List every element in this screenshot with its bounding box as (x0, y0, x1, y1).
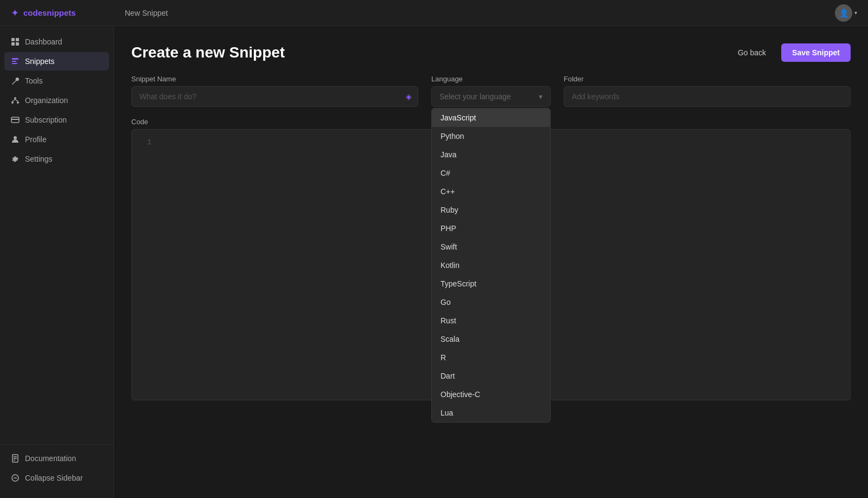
org-icon (11, 96, 20, 105)
sidebar-item-tools[interactable]: Tools (4, 72, 109, 90)
snippet-name-input[interactable] (131, 86, 418, 107)
logo-text: codesnippets (23, 8, 76, 17)
language-option-javascript[interactable]: JavaScript (432, 108, 550, 127)
snippets-icon (11, 57, 20, 66)
snippet-name-input-wrapper: ◈ (131, 86, 418, 107)
language-option-r[interactable]: R (432, 348, 550, 367)
snippet-name-label: Snippet Name (131, 75, 418, 83)
sidebar-item-settings[interactable]: Settings (4, 150, 109, 168)
snippet-icon: ◈ (406, 92, 412, 101)
sidebar-item-label: Documentation (25, 454, 76, 463)
line-number-1: 1 (141, 138, 151, 146)
svg-rect-13 (11, 119, 19, 120)
logo-icon: ✦ (11, 7, 19, 19)
svg-line-11 (15, 99, 18, 101)
folder-field-group: Folder (564, 75, 851, 107)
language-select-placeholder: Select your language (439, 92, 511, 101)
sidebar-item-label: Tools (25, 76, 43, 85)
doc-icon (11, 454, 20, 463)
language-field-group: Language Select your language ▾ JavaScri… (431, 75, 551, 107)
language-option-php[interactable]: PHP (432, 219, 550, 238)
language-dropdown-wrapper: Select your language ▾ JavaScriptPythonJ… (431, 86, 551, 107)
sidebar-item-dashboard[interactable]: Dashboard (4, 33, 109, 51)
folder-label: Folder (564, 75, 851, 83)
grid-icon (11, 37, 20, 46)
sidebar-item-label: Settings (25, 155, 53, 163)
sidebar-item-label: Snippets (25, 57, 54, 66)
language-option-go[interactable]: Go (432, 293, 550, 311)
language-option-rust[interactable]: Rust (432, 311, 550, 330)
sidebar-bottom: Documentation Collapse Sidebar (0, 444, 113, 491)
language-option-lua[interactable]: Lua (432, 404, 550, 422)
logo-area: ✦ codesnippets (11, 7, 125, 19)
svg-point-8 (11, 101, 14, 104)
language-option-dart[interactable]: Dart (432, 367, 550, 385)
avatar-chevron-down-icon: ▾ (854, 10, 857, 16)
language-option-scala[interactable]: Scala (432, 330, 550, 348)
language-option-typescript[interactable]: TypeScript (432, 274, 550, 293)
svg-rect-2 (11, 42, 15, 46)
svg-rect-3 (16, 42, 19, 46)
language-chevron-down-icon: ▾ (539, 92, 542, 101)
svg-point-14 (14, 136, 17, 139)
svg-rect-6 (12, 63, 17, 64)
main-layout: Dashboard Snippets Too (0, 26, 868, 498)
sidebar-item-documentation[interactable]: Documentation (4, 449, 109, 468)
snippet-name-field-group: Snippet Name ◈ (131, 75, 418, 107)
language-option-kotlin[interactable]: Kotlin (432, 256, 550, 274)
avatar[interactable]: 👤 (835, 4, 852, 22)
sidebar-item-collapse[interactable]: Collapse Sidebar (4, 469, 109, 487)
sidebar: Dashboard Snippets Too (0, 26, 114, 498)
language-option-objective-c[interactable]: Objective-C (432, 385, 550, 404)
language-label: Language (431, 75, 551, 83)
language-select-button[interactable]: Select your language ▾ (431, 86, 551, 107)
main-content: Create a new Snippet Go back Save Snippe… (114, 26, 868, 498)
topbar: ✦ codesnippets New Snippet 👤 ▾ (0, 0, 868, 26)
svg-line-10 (12, 99, 15, 101)
svg-point-9 (17, 101, 19, 104)
sidebar-item-label: Organization (25, 96, 68, 105)
topbar-title: New Snippet (125, 9, 835, 17)
sidebar-item-label: Profile (25, 135, 47, 144)
avatar-area[interactable]: 👤 ▾ (835, 4, 857, 22)
svg-rect-0 (11, 38, 15, 41)
go-back-button[interactable]: Go back (729, 44, 775, 61)
header-actions: Go back Save Snippet (729, 43, 851, 62)
language-option-python[interactable]: Python (432, 127, 550, 145)
svg-rect-5 (12, 61, 16, 62)
folder-input[interactable] (564, 86, 851, 107)
form-row: Snippet Name ◈ Language Select your lang… (131, 75, 851, 107)
tools-icon (11, 76, 20, 85)
svg-rect-1 (16, 38, 19, 41)
page-header: Create a new Snippet Go back Save Snippe… (131, 43, 851, 62)
gear-icon (11, 155, 20, 163)
language-dropdown-menu[interactable]: JavaScriptPythonJavaC#C++RubyPHPSwiftKot… (431, 108, 551, 423)
sidebar-item-label: Dashboard (25, 37, 62, 46)
sidebar-item-organization[interactable]: Organization (4, 91, 109, 110)
language-option-csharp[interactable]: C# (432, 164, 550, 182)
page-title: Create a new Snippet (131, 44, 285, 61)
person-icon (11, 135, 20, 144)
language-option-ruby[interactable]: Ruby (432, 201, 550, 219)
sidebar-item-profile[interactable]: Profile (4, 130, 109, 149)
sidebar-item-label: Collapse Sidebar (25, 474, 83, 482)
collapse-icon (11, 474, 20, 482)
sidebar-item-subscription[interactable]: Subscription (4, 111, 109, 129)
language-option-swift[interactable]: Swift (432, 238, 550, 256)
sidebar-item-label: Subscription (25, 116, 67, 124)
save-snippet-button[interactable]: Save Snippet (781, 43, 851, 62)
card-icon (11, 116, 20, 124)
language-option-java[interactable]: Java (432, 145, 550, 164)
language-option-cpp[interactable]: C++ (432, 182, 550, 201)
line-numbers: 1 (141, 138, 151, 391)
sidebar-item-snippets[interactable]: Snippets (4, 52, 109, 71)
sidebar-nav: Dashboard Snippets Too (0, 33, 113, 440)
svg-point-7 (14, 97, 16, 99)
svg-rect-4 (12, 58, 18, 60)
